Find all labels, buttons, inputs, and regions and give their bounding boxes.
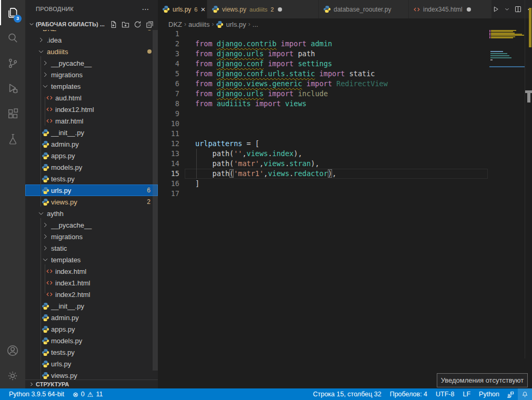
breadcrumb-item-DKZ[interactable]: DKZ bbox=[168, 20, 182, 28]
status-python-version[interactable]: Python 3.9.5 64-bit bbox=[5, 388, 68, 400]
tree-item-.idea[interactable]: .idea bbox=[25, 34, 158, 46]
chevron-down-icon bbox=[41, 83, 49, 90]
line-number: 16 bbox=[158, 179, 179, 189]
tree-indent-guide bbox=[45, 97, 45, 126]
tree-item-admin.py[interactable]: admin.py bbox=[25, 312, 158, 323]
code-editor[interactable]: 12from django.contrib import admin3from … bbox=[158, 29, 532, 388]
status-indentation[interactable]: Пробелов: 4 bbox=[386, 388, 431, 400]
breadcrumb-item-urls.py[interactable]: urls.py bbox=[216, 20, 246, 28]
tree-item-migrations[interactable]: migrations bbox=[25, 231, 158, 242]
code-line-1: 1 bbox=[158, 29, 532, 39]
activity-bar-item-testing[interactable] bbox=[0, 126, 25, 151]
tree-item-label: index2.html bbox=[55, 291, 90, 299]
python-icon bbox=[41, 198, 49, 206]
python-icon bbox=[41, 163, 49, 171]
tree-item-__init__.py[interactable]: __init__.py bbox=[25, 127, 158, 138]
tree-item-models.py[interactable]: models.py bbox=[25, 335, 158, 346]
settings-icon bbox=[6, 369, 19, 383]
tab-database_roouter.py[interactable]: database_roouter.py bbox=[319, 0, 409, 18]
explorer-more-icon[interactable]: ⋯ bbox=[142, 0, 149, 18]
refresh-icon[interactable] bbox=[134, 20, 142, 28]
minimap-mark bbox=[490, 53, 507, 54]
tree-item-views.py[interactable]: views.py bbox=[25, 370, 158, 380]
tree-item-urls.py[interactable]: urls.py6 bbox=[25, 184, 158, 196]
tree-item-DKZ[interactable]: DKZ bbox=[25, 30, 158, 34]
activity-bar-item-settings[interactable] bbox=[0, 363, 25, 388]
tree-item-templates[interactable]: templates bbox=[25, 80, 158, 92]
tree-item-tests.py[interactable]: tests.py bbox=[25, 173, 158, 184]
split-editor-icon[interactable] bbox=[514, 5, 522, 13]
tree-item-audiiits[interactable]: audiiits bbox=[25, 46, 158, 57]
code-line-9: 9 bbox=[158, 109, 532, 119]
line-number: 17 bbox=[158, 189, 179, 199]
tree-item-aythh[interactable]: aythh bbox=[25, 208, 158, 219]
activity-bar-item-extensions[interactable] bbox=[0, 101, 25, 126]
activity-bar-item-search[interactable] bbox=[0, 25, 25, 50]
tree-item-urls.py[interactable]: urls.py bbox=[25, 358, 158, 370]
python-icon bbox=[216, 20, 224, 28]
tree-item-templates[interactable]: templates bbox=[25, 254, 158, 265]
tab-views.py[interactable]: views.pyaudiiits2 bbox=[207, 0, 319, 18]
feedback-icon[interactable] bbox=[504, 388, 518, 400]
tree-item-label: admin.py bbox=[51, 314, 79, 322]
status-language[interactable]: Python bbox=[475, 388, 504, 400]
tree-item-label: urls.py bbox=[51, 187, 71, 194]
tab-bar: urls.py6×views.pyaudiiits2database_roout… bbox=[158, 0, 532, 18]
tree-item-apps.py[interactable]: apps.py bbox=[25, 150, 158, 161]
tree-item-__pycache__[interactable]: __pycache__ bbox=[25, 57, 158, 69]
tree-item-__init__.py[interactable]: __init__.py bbox=[25, 300, 158, 312]
tree-item-apps.py[interactable]: apps.py bbox=[25, 323, 158, 335]
tree-item-label: models.py bbox=[51, 337, 82, 345]
breadcrumb[interactable]: DKZ›audiiits›urls.py›... bbox=[158, 18, 532, 30]
html-icon bbox=[45, 279, 54, 286]
close-icon[interactable]: × bbox=[200, 5, 205, 13]
tree-item-label: .idea bbox=[47, 36, 62, 44]
tree-item-label: matr.html bbox=[55, 117, 83, 125]
status-eol[interactable]: LF bbox=[458, 388, 475, 400]
breadcrumb-item-audiiits[interactable]: audiiits bbox=[188, 20, 209, 28]
status-encoding[interactable]: UTF-8 bbox=[431, 388, 458, 400]
tree-item-label: models.py bbox=[51, 163, 82, 171]
run-dropdown-icon[interactable] bbox=[505, 7, 509, 12]
activity-bar-item-account[interactable] bbox=[0, 338, 25, 363]
tree-item-admin.py[interactable]: admin.py bbox=[25, 138, 158, 150]
python-icon bbox=[162, 5, 170, 13]
tab-urls.py[interactable]: urls.py6× bbox=[158, 0, 207, 18]
minimap-mark bbox=[489, 37, 490, 38]
tree-item-label: index.html bbox=[55, 268, 86, 275]
tree-item-label: templates bbox=[51, 83, 81, 90]
status-problems[interactable]: ⊗0⚠11 bbox=[68, 388, 107, 400]
tree-item-__pycache__[interactable]: __pycache__ bbox=[25, 219, 158, 231]
tree-item-migrations[interactable]: migrations bbox=[25, 69, 158, 80]
status-cursor-position[interactable]: Строка 15, столбец 32 bbox=[309, 388, 386, 400]
tree-item-views.py[interactable]: views.py2 bbox=[25, 196, 158, 208]
new-file-icon[interactable] bbox=[109, 20, 117, 28]
activity-bar-item-source-control[interactable] bbox=[0, 50, 25, 76]
tree-item-models.py[interactable]: models.py bbox=[25, 161, 158, 173]
html-icon bbox=[45, 291, 54, 298]
ruler-mark bbox=[529, 8, 531, 47]
tree-item-tests.py[interactable]: tests.py bbox=[25, 346, 158, 358]
bell-icon[interactable] bbox=[518, 388, 532, 400]
python-icon bbox=[41, 175, 49, 183]
run-icon[interactable] bbox=[492, 5, 500, 13]
code-line-16: 16] bbox=[158, 179, 532, 189]
tree-item-label: index1.html bbox=[55, 279, 90, 287]
collapse-all-icon[interactable] bbox=[146, 20, 154, 28]
tree-item-static[interactable]: static bbox=[25, 242, 158, 254]
breadcrumb-item-...[interactable]: ... bbox=[253, 20, 258, 28]
tab-index345.html[interactable]: index345.html bbox=[409, 0, 492, 18]
html-icon bbox=[45, 117, 54, 125]
line-number: 12 bbox=[158, 139, 179, 149]
sidebar-scrollbar[interactable] bbox=[153, 30, 158, 371]
new-folder-icon[interactable] bbox=[122, 20, 129, 28]
activity-bar-item-explorer[interactable]: 3 bbox=[0, 0, 25, 25]
activity-bar-item-run-debug[interactable] bbox=[0, 76, 25, 101]
extensions-icon bbox=[6, 107, 19, 120]
minimap-mark bbox=[489, 31, 490, 32]
workspace-section-header[interactable]: (РАБОЧАЯ ОБЛАСТЬ) ... bbox=[25, 18, 158, 30]
outline-section-header[interactable]: СТРУКТУРА bbox=[25, 380, 158, 388]
minimap-mark bbox=[490, 59, 493, 60]
minimap[interactable] bbox=[489, 30, 525, 388]
chevron-right-icon bbox=[41, 221, 49, 229]
